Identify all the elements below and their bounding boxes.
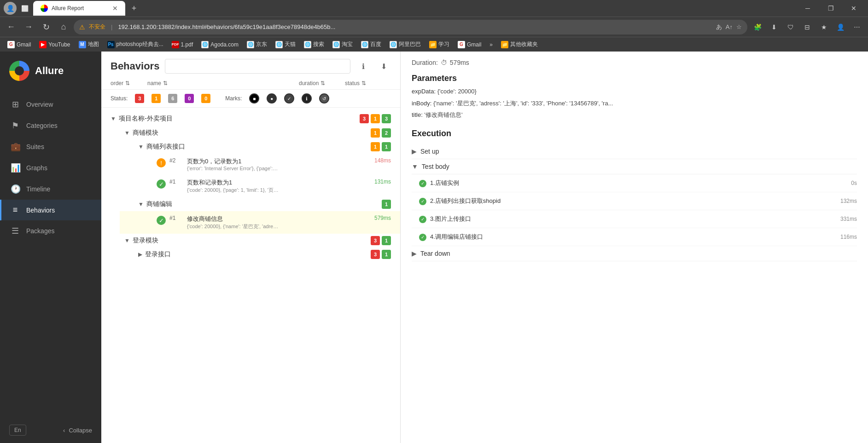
test-body-row-header[interactable]: ▼ Test body — [412, 159, 857, 174]
timeline-icon: 🕐 — [11, 184, 20, 194]
step-3-row[interactable]: ✓ 3.图片上传接口 331ms — [412, 210, 857, 228]
test-row-shop-1[interactable]: ✓ #1 页数和记录数为1 {'code': 20000}, {'page': … — [120, 175, 400, 197]
status-badge-unknown[interactable]: 6 — [168, 94, 177, 103]
bookmark-more-button[interactable]: » — [486, 40, 496, 50]
bookmark-others-folder[interactable]: 📁 其他收藏夹 — [497, 39, 542, 50]
address-bar[interactable]: ⚠ 不安全 | 192.168.1.200:13882/index.html#b… — [74, 20, 747, 35]
tree-root-header[interactable]: ▼ 项目名称-外卖项目 3 1 3 — [101, 111, 400, 126]
bookmark-tmall[interactable]: 🌐 天猫 — [272, 39, 299, 50]
step-4-status-icon: ✓ — [419, 234, 426, 241]
minimize-button[interactable]: ─ — [797, 1, 818, 16]
mark-icon-4[interactable]: ℹ — [302, 93, 312, 104]
behaviors-search-input[interactable] — [165, 59, 350, 74]
test-2-status-icon: ! — [157, 158, 166, 167]
settings-menu-button[interactable]: ··· — [850, 20, 864, 35]
extensions-button[interactable]: 🧩 — [750, 20, 765, 35]
login-module-header[interactable]: ▼ 登录模块 3 1 — [111, 234, 400, 247]
bookmark-gmail2-label: Gmail — [467, 41, 481, 48]
bookmark-agoda-label: Agoda.com — [210, 41, 239, 48]
bookmark-taobao[interactable]: 🌐 淘宝 — [329, 39, 356, 50]
step-4-row[interactable]: ✓ 4.调用编辑店铺接口 116ms — [412, 228, 857, 246]
login-api-header[interactable]: ▶ 登录接口 3 1 — [120, 247, 400, 261]
bookmark-study[interactable]: 📁 学习 — [425, 39, 453, 50]
shield-icon[interactable]: 🛡 — [783, 20, 798, 35]
bookmark-pdf[interactable]: PDF 1.pdf — [168, 39, 197, 50]
language-button[interactable]: En — [9, 425, 26, 436]
shop-module-label: 商铺模块 — [133, 129, 371, 137]
mark-icon-1[interactable]: ■ — [249, 93, 259, 104]
bookmark-gmail2[interactable]: G Gmail — [454, 39, 485, 50]
graphs-icon: 📊 — [11, 163, 20, 173]
status-badge-broken[interactable]: 1 — [151, 94, 161, 103]
col-status[interactable]: status ⇅ — [345, 80, 391, 86]
restore-button[interactable]: ❐ — [820, 1, 841, 16]
bookmark-maps[interactable]: M 地图 — [75, 39, 103, 50]
login-module-badges: 3 1 — [371, 236, 391, 245]
test-row-edit-1[interactable]: ✓ #1 修改商铺信息 {'code': 20000}, {'name': '星… — [120, 211, 400, 234]
close-button[interactable]: ✕ — [843, 1, 864, 16]
categories-label: Categories — [26, 122, 58, 129]
home-button[interactable]: ⌂ — [56, 20, 71, 35]
step-1-row[interactable]: ✓ 1.店铺实例 0s — [412, 174, 857, 192]
bookmark-jd[interactable]: 🌐 京东 — [243, 39, 271, 50]
setup-label: Set up — [420, 148, 439, 155]
collapse-button[interactable]: ‹ Collapse — [63, 427, 92, 434]
profile-sync-icon[interactable]: 👤 — [833, 20, 848, 35]
bookmark-star-icon[interactable]: ☆ — [736, 23, 742, 30]
bookmark-gmail[interactable]: G Gmail — [4, 39, 35, 50]
favorites-icon[interactable]: ★ — [816, 20, 831, 35]
sidebar-item-suites[interactable]: 💼 Suites — [0, 136, 101, 157]
overview-label: Overview — [26, 101, 53, 108]
bookmark-search[interactable]: 🌐 搜索 — [300, 39, 328, 50]
status-badge-skipped[interactable]: 0 — [185, 94, 194, 103]
bookmark-youtube[interactable]: ▶ YouTube — [35, 39, 74, 50]
status-badge-failed[interactable]: 3 — [135, 94, 144, 103]
mark-icon-3[interactable]: ✓ — [284, 93, 294, 104]
profile-icon[interactable]: 👤 — [4, 2, 17, 15]
sidebar-item-timeline[interactable]: 🕐 Timeline — [0, 178, 101, 200]
mark-icon-2[interactable]: ● — [267, 93, 277, 104]
tab-group-icon[interactable]: ⬜ — [18, 2, 31, 15]
download-button[interactable]: ⬇ — [376, 59, 391, 74]
new-tab-button[interactable]: + — [127, 1, 141, 15]
sidebar-item-overview[interactable]: ⊞ Overview — [0, 94, 101, 115]
shop-list-header[interactable]: ▼ 商铺列表接口 1 1 — [120, 140, 400, 154]
refresh-button[interactable]: ↻ — [39, 20, 53, 35]
shop-edit-badges: 1 — [382, 200, 391, 209]
col-duration[interactable]: duration ⇅ — [299, 80, 345, 86]
duration-sort-icon: ⇅ — [320, 80, 325, 86]
status-badge-other[interactable]: 0 — [201, 94, 210, 103]
sidebar-item-packages[interactable]: ☰ Packages — [0, 220, 101, 242]
col-name[interactable]: name ⇅ — [147, 80, 299, 86]
bookmark-agoda[interactable]: 🌐 Agoda.com — [198, 39, 242, 50]
step-2-time: 132ms — [840, 198, 857, 204]
test-row-shop-2[interactable]: ! #2 页数为0，记录数为1 {'error': 'Internal Serv… — [120, 154, 400, 175]
bookmark-baidu[interactable]: 🌐 百度 — [357, 39, 385, 50]
shop-edit-header[interactable]: ▼ 商铺编辑 1 — [120, 197, 400, 211]
sidebar-item-categories[interactable]: ⚑ Categories — [0, 115, 101, 136]
step-4-time: 116ms — [840, 234, 857, 240]
bookmark-alibaba[interactable]: 🌐 阿里巴巴 — [386, 39, 425, 50]
mark-icon-5[interactable]: ↺ — [319, 93, 329, 104]
download-icon[interactable]: ⬇ — [767, 20, 781, 35]
tab-close-button[interactable]: ✕ — [112, 5, 118, 12]
info-button[interactable]: ℹ — [356, 59, 371, 74]
duration-label: duration — [299, 80, 319, 86]
sidebar-item-behaviors[interactable]: ≡ Behaviors — [0, 200, 101, 220]
active-tab[interactable]: Allure Report ✕ — [33, 1, 125, 16]
reader-mode-icon[interactable]: A↑ — [726, 23, 733, 30]
behaviors-icon: ≡ — [11, 205, 20, 215]
edit-test-1-info: 修改商铺信息 {'code': 20000}, {'name': '星巴克', … — [187, 215, 360, 230]
translate-icon[interactable]: あ — [716, 23, 722, 31]
forward-button[interactable]: → — [21, 20, 36, 35]
col-order[interactable]: order ⇅ — [111, 80, 147, 86]
test-1-info: 页数和记录数为1 {'code': 20000}, {'page': 1, 'l… — [187, 178, 360, 194]
shop-module-header[interactable]: ▼ 商铺模块 1 2 — [111, 126, 400, 140]
bookmark-ps[interactable]: Ps photoshop经典去... — [104, 39, 167, 50]
back-button[interactable]: ← — [4, 20, 18, 35]
teardown-row[interactable]: ▶ Tear down — [412, 246, 857, 261]
sidebar-item-graphs[interactable]: 📊 Graphs — [0, 157, 101, 178]
step-2-row[interactable]: ✓ 2.店铺列出接口获取shopid 132ms — [412, 192, 857, 210]
split-view-icon[interactable]: ⊟ — [800, 20, 815, 35]
setup-row[interactable]: ▶ Set up — [412, 144, 857, 159]
